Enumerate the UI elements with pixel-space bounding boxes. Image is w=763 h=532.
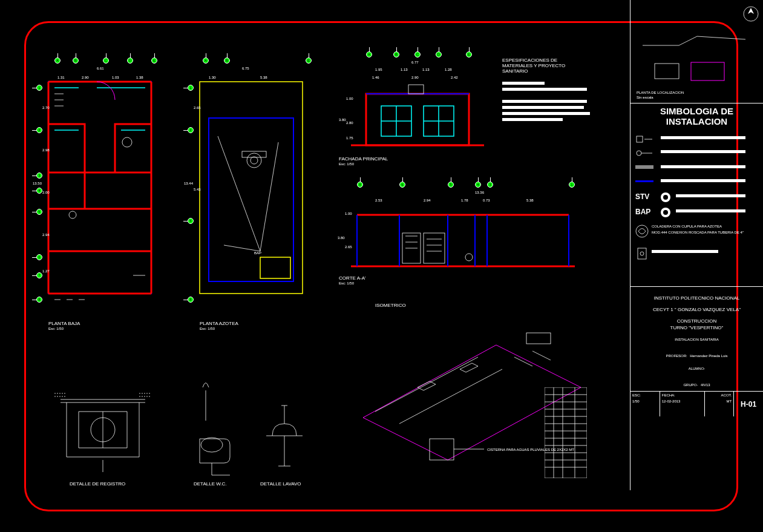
prof-name: Hernandez Pineda Luis <box>690 354 727 358</box>
redacted-line <box>661 165 745 168</box>
dim: 1.31 <box>57 76 65 79</box>
view-title: FACHADA PRINCIPAL <box>339 156 388 162</box>
dim: 1.75 <box>346 136 353 140</box>
grid-marker: C <box>414 51 421 57</box>
grid-marker: A <box>54 57 61 64</box>
drawing-label: INSTALACION SANITARIA <box>633 338 761 341</box>
stv-label: STV <box>635 192 649 201</box>
view-title: PLANTA AZOTEA <box>200 321 238 326</box>
dim: 2.98 <box>42 148 50 152</box>
dim: 1.95 <box>375 68 382 71</box>
dim: 1.13 <box>422 68 430 71</box>
grid-marker: 8 <box>36 297 42 303</box>
planta-baja-drawing <box>36 64 175 324</box>
dim: 1.00 <box>346 97 353 100</box>
svg-rect-57 <box>637 136 643 142</box>
view-scale: Sin escala <box>637 96 653 99</box>
grid-marker: E <box>306 57 312 64</box>
redacted-line <box>502 118 563 121</box>
svg-rect-34 <box>526 333 551 344</box>
specs-heading: ESPESIFICACIONES DE MATERIALES Y PROYECT… <box>502 57 581 74</box>
svg-point-65 <box>636 225 648 237</box>
svg-line-9 <box>260 142 278 251</box>
dim: 2.65 <box>345 245 352 249</box>
view-title: ISOMETRICO <box>375 303 406 308</box>
grid-marker: 3 <box>36 172 42 179</box>
svg-rect-21 <box>408 85 424 94</box>
dim: 2.90 <box>82 76 89 79</box>
dim: 2.94 <box>42 233 50 237</box>
grupo-value: 4IV13 <box>701 383 710 387</box>
view-scale: Esc: 1/50 <box>200 327 215 330</box>
redacted-line <box>502 106 584 109</box>
svg-point-64 <box>663 210 668 215</box>
redacted-line <box>661 136 745 139</box>
dim: 1.27 <box>42 269 50 273</box>
north-arrow-icon <box>742 5 760 23</box>
grid-marker: 5 <box>448 182 454 188</box>
grid-marker: B <box>73 57 79 64</box>
acot-value: MT <box>707 399 732 403</box>
dim: 1.00 <box>345 212 352 215</box>
grid-marker: A <box>203 57 209 64</box>
view-title: DETALLE LAVAVO <box>260 481 301 487</box>
redacted-line <box>676 194 745 197</box>
grid-marker: 1 <box>188 85 194 91</box>
detalle-registro-drawing <box>48 375 157 478</box>
view-title: DETALLE W.C. <box>194 481 227 487</box>
svg-rect-55 <box>655 64 679 79</box>
svg-line-10 <box>224 245 260 251</box>
detalle-lavabo-drawing <box>254 387 321 478</box>
dim: 2.80 <box>346 121 353 125</box>
grupo-label: GRUPO- <box>683 383 698 387</box>
dim: 2.53 <box>375 199 382 202</box>
school-label: CECYT 1 " GONZALO VAZQUEZ VELA" <box>633 307 761 312</box>
svg-point-62 <box>663 195 668 200</box>
svg-point-32 <box>465 254 473 261</box>
grid-marker: A <box>366 51 372 57</box>
dim: 1.46 <box>372 76 379 79</box>
grid-marker: E <box>466 51 472 57</box>
redacted-line <box>502 88 587 91</box>
svg-point-53 <box>201 438 223 452</box>
svg-rect-31 <box>424 233 445 263</box>
grid-marker: 2 <box>188 127 194 133</box>
detalle-wc-drawing <box>182 378 248 478</box>
redacted-line <box>652 250 718 253</box>
grid-marker: 2 <box>36 127 42 133</box>
conexion-label: MOD.444 CONEXION ROSCADA PARA TUBERIA DE… <box>652 231 758 234</box>
view-title: DETALLE DE REGISTRO <box>70 481 125 487</box>
bap-label: BAP <box>635 208 650 216</box>
dim: 13.44 <box>184 182 193 185</box>
grid-marker: 6 <box>36 254 42 260</box>
grid-marker: 7 <box>36 272 42 278</box>
esc-value: 1/50 <box>632 399 658 403</box>
planta-azotea-drawing <box>188 64 321 324</box>
redacted-line <box>502 100 587 103</box>
redacted-line <box>502 112 590 115</box>
dim: 5.43 <box>194 188 201 191</box>
dim: 1.28 <box>445 68 452 71</box>
coladera-label: COLADERA CON CUPULA PARA AZOTEA <box>652 225 758 228</box>
grid-marker: D <box>436 51 442 57</box>
simbologia-heading: SIMBOLOGIA DE INSTALACION <box>633 106 761 126</box>
svg-point-67 <box>640 252 644 255</box>
redacted-line <box>661 179 745 182</box>
grid-marker: 8 <box>357 182 363 188</box>
grid-marker: 8 <box>188 297 194 303</box>
fecha-value: 12-02-2013 <box>662 399 702 403</box>
svg-line-8 <box>218 136 260 251</box>
grid-marker: 1 <box>36 85 42 91</box>
dim: 5.38 <box>526 199 534 202</box>
dim: 1.38 <box>136 76 143 79</box>
grid-marker: 5 <box>36 209 42 215</box>
corte-drawing <box>339 182 581 278</box>
fecha-label: FECHA: <box>662 393 702 397</box>
dim: 3.80 <box>339 118 346 122</box>
dim: 6.77 <box>411 61 419 64</box>
svg-point-5 <box>247 153 261 168</box>
svg-rect-66 <box>638 248 646 259</box>
dim: 1.03 <box>112 76 119 79</box>
alumno-label: ALUMNO- <box>633 367 761 370</box>
svg-rect-0 <box>48 82 151 294</box>
